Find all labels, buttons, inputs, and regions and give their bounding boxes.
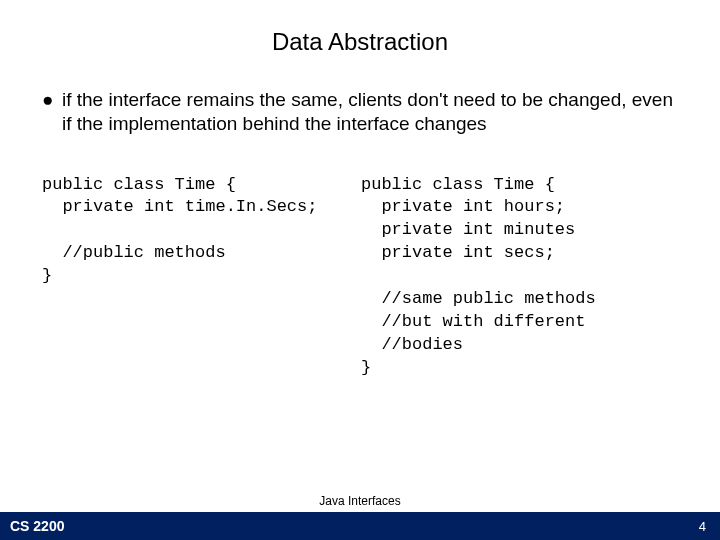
footer-bar: CS 2200 4 [0, 512, 720, 540]
bullet-text: if the interface remains the same, clien… [62, 88, 680, 136]
code-area: public class Time { private int time.In.… [40, 174, 680, 380]
slide-body: ● if the interface remains the same, cli… [0, 56, 720, 380]
course-code: CS 2200 [0, 518, 64, 534]
code-right: public class Time { private int hours; p… [361, 174, 680, 380]
page-number: 4 [699, 519, 720, 534]
footer-center-label: Java Interfaces [0, 494, 720, 512]
bullet-item: ● if the interface remains the same, cli… [40, 88, 680, 136]
bullet-marker: ● [40, 88, 62, 136]
code-left: public class Time { private int time.In.… [42, 174, 361, 380]
slide-title: Data Abstraction [0, 0, 720, 56]
slide: Data Abstraction ● if the interface rema… [0, 0, 720, 540]
